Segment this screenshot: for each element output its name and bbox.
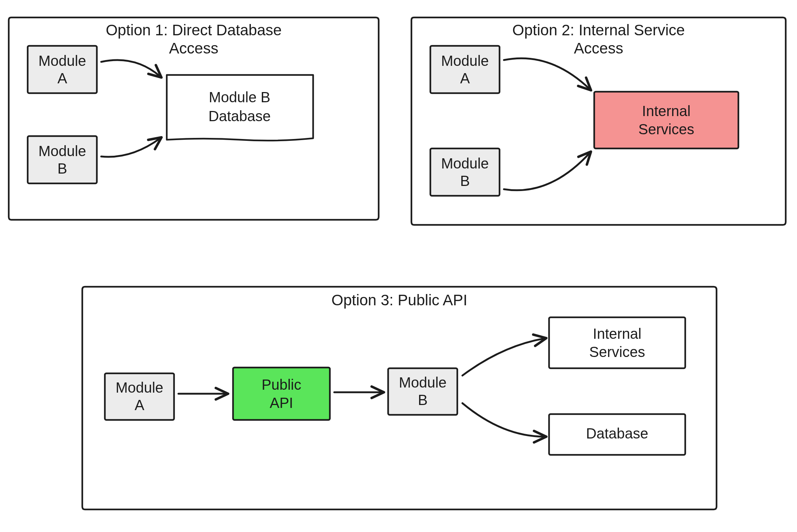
internal-services-3-line-2: Services [589, 344, 645, 360]
public-api-line-1: Public [262, 377, 301, 393]
node-internal-services-2: Internal Services [594, 92, 738, 148]
internal-services-3-line-1: Internal [593, 326, 641, 342]
node-module-b-1: Module B [28, 136, 97, 183]
public-api-line-2: API [270, 395, 293, 411]
module-a-3-line-1: Module [115, 380, 163, 396]
module-b-3-line-1: Module [399, 374, 446, 390]
module-a-2-line-1: Module [441, 53, 489, 69]
module-b-1-line-1: Module [38, 143, 86, 159]
module-b-2-line-2: B [460, 173, 470, 189]
panel-1-title-line-2: Access [169, 40, 218, 57]
module-b-1-line-2: B [58, 160, 67, 176]
internal-services-2-line-2: Services [638, 121, 694, 137]
panel-option-1: Option 1: Direct Database Access Module … [9, 17, 379, 220]
node-module-b-3: Module B [388, 368, 457, 415]
panel-2-title-line-2: Access [574, 40, 623, 57]
panel-option-3: Option 3: Public API Module A Public API… [82, 287, 717, 509]
panel-1-title-line-1: Option 1: Direct Database [106, 21, 281, 39]
panel-3-title: Option 3: Public API [331, 291, 467, 309]
internal-services-2-line-1: Internal [642, 103, 690, 119]
panel-option-2: Option 2: Internal Service Access Module… [411, 17, 786, 225]
database-line-2: Database [208, 108, 271, 124]
node-public-api: Public API [233, 368, 330, 420]
panel-2-title-line-1: Option 2: Internal Service [512, 21, 685, 39]
node-database-3: Database [549, 414, 685, 455]
node-module-a-2: Module A [430, 46, 500, 93]
node-module-a-1: Module A [28, 46, 97, 93]
module-a-1-line-1: Module [38, 53, 86, 69]
module-a-3-line-2: A [135, 397, 145, 413]
module-b-2-line-1: Module [441, 155, 489, 171]
module-a-1-line-2: A [58, 70, 67, 86]
database-3-line-1: Database [586, 425, 648, 441]
diagram-root: Option 1: Direct Database Access Module … [0, 0, 797, 532]
svg-rect-8 [549, 317, 685, 368]
node-module-b-database: Module B Database [167, 75, 313, 140]
node-internal-services-3: Internal Services [549, 317, 685, 368]
database-line-1: Module B [209, 89, 271, 105]
node-module-b-2: Module B [430, 148, 500, 196]
svg-rect-4 [594, 92, 738, 148]
module-b-3-line-2: B [418, 392, 428, 408]
node-module-a-3: Module A [105, 373, 174, 420]
svg-rect-6 [233, 368, 330, 420]
module-a-2-line-2: A [460, 70, 470, 86]
